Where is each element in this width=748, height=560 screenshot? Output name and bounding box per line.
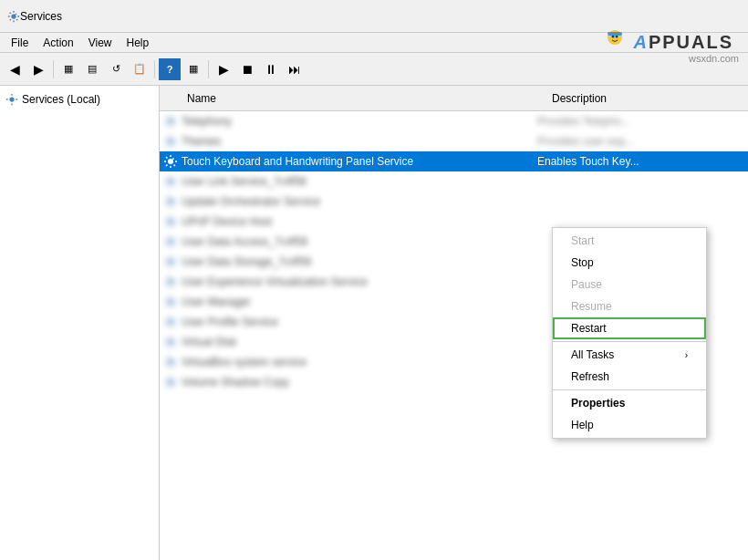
service-icon [163,254,178,269]
context-menu-item-pause: Pause [553,274,706,296]
service-icon [163,295,178,309]
ctx-item-label: Restart [571,322,607,335]
menu-bar: File Action View Help APPUALS [0,33,748,53]
stop-button[interactable]: ⏹ [236,58,258,80]
table-row[interactable]: Telephony Provides Telepho... [160,111,748,131]
title-bar-icon [7,10,20,23]
step-button[interactable]: ⏭ [284,58,306,80]
svg-point-15 [168,299,173,305]
service-name: User Data Storage_7c4f58 [182,255,537,268]
window-title: Services [20,10,62,23]
services-local-label: Services (Local) [22,93,100,106]
column-headers: Name Description [160,86,748,111]
context-menu-item-properties[interactable]: Properties [553,392,706,414]
context-menu-item-restart[interactable]: Restart [553,317,706,339]
service-name: User Experience Virtualization Service [182,275,537,288]
play-button[interactable]: ▶ [213,58,234,80]
back-button[interactable]: ◀ [4,58,26,80]
service-name: UPnP Device Host [182,215,537,228]
help-button[interactable]: ? [159,58,181,80]
table-row[interactable]: Themes Provides user exp... [160,131,748,151]
main-content: Services (Local) Name Description Teleph… [0,86,748,560]
table-row[interactable]: User Link Service_7c4f58 [160,171,748,192]
col-name-header[interactable]: Name [160,92,552,105]
toolbar-sep-2 [154,60,155,78]
service-icon [163,194,178,209]
ctx-item-label: Resume [571,300,612,313]
service-icon [163,234,178,249]
service-name: Volume Shadow Copy [182,376,537,389]
table-row[interactable]: Touch Keyboard and Handwriting Panel Ser… [160,151,748,171]
service-name: Themes [182,135,537,148]
right-panel: Name Description Telephony Provides Tele… [160,86,748,560]
service-icon [163,134,178,149]
export-button[interactable]: 📋 [129,58,151,80]
svg-point-14 [168,279,173,285]
console-button[interactable]: ▦ [182,58,204,80]
service-name: Virtual Disk [182,336,537,348]
appuals-character [600,28,629,57]
submenu-arrow: › [685,350,688,360]
service-name: User Link Service_7c4f58 [182,175,537,188]
col-desc-header[interactable]: Description [552,92,748,105]
svg-point-10 [168,199,173,204]
menu-action[interactable]: Action [36,35,80,51]
context-menu-item-all-tasks[interactable]: All Tasks› [553,344,706,366]
service-name: VirtualBox system service [182,356,537,368]
service-icon [163,275,178,289]
svg-point-0 [11,14,16,18]
show-hide-button[interactable]: ▦ [57,58,79,80]
ctx-item-label: Stop [571,256,594,269]
refresh-button[interactable]: ↺ [105,58,127,80]
table-row[interactable]: Update Orchestrator Service [160,192,748,212]
context-menu-separator [553,389,706,390]
ctx-item-label: Start [571,234,594,247]
view-button[interactable]: ▤ [81,58,103,80]
service-icon [163,114,178,129]
service-name: Telephony [182,115,537,128]
service-desc: Enables Touch Key... [537,155,744,168]
ctx-item-label: Pause [571,278,602,291]
services-local-item[interactable]: Services (Local) [0,89,159,109]
context-menu-item-start: Start [553,230,706,252]
svg-point-8 [168,159,173,164]
context-menu-item-resume: Resume [553,296,706,317]
ctx-item-label: All Tasks [571,348,614,361]
watermark: wsxdn.com [689,53,739,64]
context-menu-separator [553,341,706,342]
service-icon [163,174,178,189]
svg-point-17 [168,339,173,345]
svg-point-7 [168,139,173,144]
svg-rect-4 [608,32,622,36]
forward-button[interactable]: ▶ [27,58,49,80]
svg-point-11 [168,219,173,224]
menu-file[interactable]: File [4,35,36,51]
toolbar-sep-1 [53,60,54,78]
context-menu: StartStopPauseResumeRestartAll Tasks›Ref… [552,227,707,439]
context-menu-item-stop[interactable]: Stop [553,252,706,274]
service-icon [163,355,178,369]
ctx-item-label: Properties [571,397,625,410]
menu-view[interactable]: View [81,35,119,51]
svg-point-6 [168,119,173,124]
left-panel: Services (Local) [0,86,160,560]
service-icon [163,335,178,349]
ctx-item-label: Refresh [571,370,609,383]
svg-point-19 [168,379,173,385]
service-desc: Provides user exp... [537,135,744,148]
toolbar: ◀ ▶ ▦ ▤ ↺ 📋 ? ▦ ▶ ⏹ ⏸ ⏭ [0,53,748,86]
service-icon [163,214,178,229]
service-name: User Profile Service [182,316,537,328]
svg-point-16 [168,319,173,325]
service-name: User Manager [182,296,537,308]
svg-point-12 [168,239,173,244]
service-name: User Data Access_7c4f58 [182,235,537,248]
toolbar-sep-3 [208,60,209,78]
service-icon [163,315,178,329]
menu-help[interactable]: Help [119,35,157,51]
context-menu-item-help[interactable]: Help [553,414,706,436]
context-menu-item-refresh[interactable]: Refresh [553,366,706,388]
pause-button[interactable]: ⏸ [260,58,282,80]
svg-point-18 [168,359,173,365]
svg-point-9 [168,179,173,184]
